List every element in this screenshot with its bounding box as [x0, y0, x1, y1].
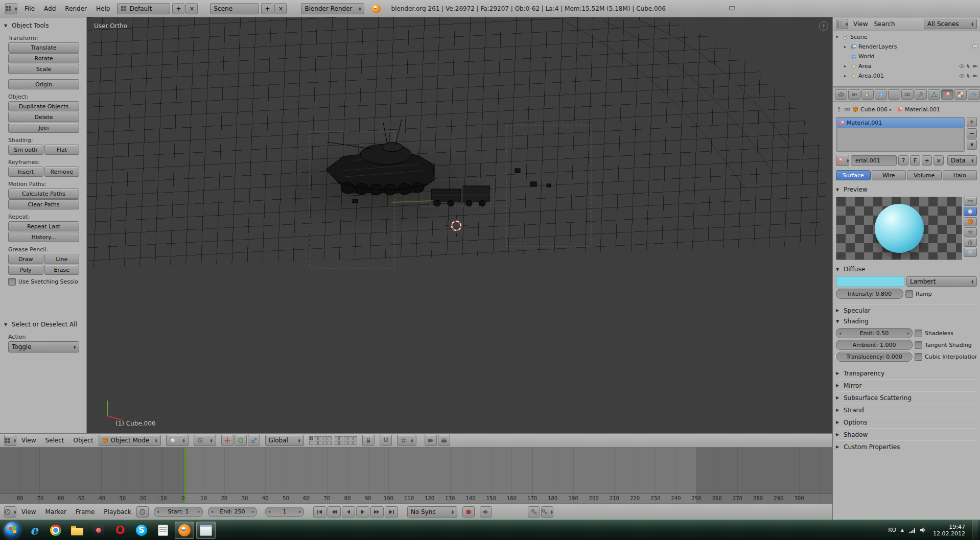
layer-9[interactable] [323, 441, 327, 445]
outliner-item-world[interactable]: World [834, 52, 979, 61]
tree-expander-icon[interactable]: ▾ [836, 35, 841, 39]
preview-mode-cube-button[interactable] [964, 217, 977, 226]
editor-type-button[interactable] [835, 89, 847, 100]
gp-poly-button[interactable]: Poly [8, 265, 43, 275]
translucency-slider[interactable]: Translucency: 0.000 [836, 351, 913, 362]
orientation-selector[interactable]: Global [265, 435, 304, 446]
image-icon[interactable] [972, 44, 978, 50]
select-panel-header[interactable]: ▼ Select or Deselect All [4, 319, 79, 330]
history-button[interactable]: History... [8, 232, 79, 242]
delete-screen-button[interactable]: × [185, 3, 198, 14]
pivot-selector[interactable] [194, 435, 216, 446]
tangent-shading-checkbox[interactable]: Tangent Shading [915, 341, 972, 349]
diffuse-panel-header[interactable]: ▼ Diffuse [836, 264, 977, 274]
cursor-3d[interactable] [445, 215, 468, 237]
add-slot-button[interactable]: + [967, 117, 977, 127]
preview-mode-hair-button[interactable] [964, 238, 977, 247]
opengl-animation-button[interactable] [438, 435, 450, 446]
gp-erase-button[interactable]: Erase [44, 265, 80, 275]
menu-file[interactable]: File [25, 5, 35, 12]
insert-keyframe-button[interactable]: Insert [8, 167, 43, 177]
layer-6[interactable] [309, 441, 313, 445]
taskbar-skype-icon[interactable]: S [132, 522, 151, 539]
eye-icon[interactable] [959, 63, 965, 69]
diffuse-intensity-slider[interactable]: Intensity: 0.800 [836, 289, 903, 299]
material-type-tab-halo[interactable]: Halo [943, 170, 977, 180]
layer-15[interactable] [353, 436, 357, 440]
panel-header-shadow[interactable]: ▶Shadow [836, 428, 977, 440]
menu-render[interactable]: Render [65, 5, 87, 12]
gp-line-button[interactable]: Line [44, 254, 80, 264]
properties-tab-particles[interactable] [968, 89, 980, 100]
outliner-scope-selector[interactable]: All Scenes [924, 19, 977, 29]
layer-1[interactable] [309, 436, 313, 440]
keying-options-button[interactable] [541, 506, 553, 518]
tree-expander-icon[interactable]: ▸ [844, 44, 849, 49]
mode-selector[interactable]: Object Mode [99, 435, 161, 446]
lock-button[interactable] [362, 435, 375, 446]
snap-magnet-button[interactable] [380, 435, 392, 446]
scale-button[interactable]: Scale [8, 64, 79, 74]
viewport-3d[interactable]: User Ortho (1) Cube.006 + [87, 17, 832, 433]
material-type-tab-volume[interactable]: Volume [907, 170, 942, 180]
region-plus-icon[interactable]: + [819, 21, 828, 31]
panel-header-custom-properties[interactable]: ▶Custom Properties [836, 440, 977, 453]
users-count-button[interactable]: 7 [898, 155, 908, 166]
remove-keyframe-button[interactable]: Remove [44, 167, 80, 177]
layer-11[interactable] [335, 436, 339, 440]
shading-panel-header[interactable]: ▼ Shading [836, 316, 977, 326]
outliner-tree[interactable]: ▾Scene▸RenderLayersWorld▸Area▸Area.001 [833, 31, 980, 86]
layer-4[interactable] [323, 436, 327, 440]
pin-icon[interactable] [836, 106, 842, 112]
delete-button[interactable]: Delete [8, 112, 79, 122]
camsmall-icon[interactable] [972, 73, 978, 79]
eye-icon[interactable] [959, 73, 965, 79]
tree-expander-icon[interactable]: ▸ [844, 64, 849, 68]
translate-button[interactable]: Translate [8, 42, 79, 53]
viewport-menu-object[interactable]: Object [74, 437, 94, 444]
jump-to-end-button[interactable] [385, 506, 398, 518]
clear-paths-button[interactable]: Clear Paths [8, 199, 79, 209]
preview-range-button[interactable] [136, 506, 149, 518]
editor-type-button[interactable] [836, 19, 848, 29]
sync-mode-selector[interactable]: No Sync [407, 506, 457, 518]
gp-draw-button[interactable]: Draw [8, 254, 43, 264]
lamp-object[interactable] [392, 85, 521, 151]
properties-tab-material[interactable] [941, 89, 953, 100]
properties-tab-object[interactable] [888, 89, 900, 100]
properties-tab-mesh-data[interactable] [928, 89, 940, 100]
frame-start-field[interactable]: Start: 1 [154, 507, 203, 517]
material-name-field[interactable]: erial.001 [851, 155, 897, 166]
preview-mode-sphere-button[interactable] [964, 207, 977, 216]
properties-tab-texture[interactable] [954, 89, 967, 100]
flat-button[interactable]: Flat [44, 145, 80, 155]
editor-type-button[interactable] [4, 506, 16, 518]
screen-layout-selector[interactable]: Default [117, 3, 170, 14]
manipulator-translate-button[interactable] [221, 435, 234, 446]
tree-expander-icon[interactable]: ▸ [844, 74, 849, 78]
outliner-menu-view[interactable]: View [853, 20, 868, 28]
next-keyframe-button[interactable] [370, 506, 384, 518]
render-engine-selector[interactable]: Blender Render [301, 3, 364, 14]
menu-add[interactable]: Add [44, 5, 56, 12]
timeline-menu-playback[interactable]: Playback [104, 508, 131, 515]
specular-panel-header[interactable]: ▶ Specular [836, 304, 977, 316]
tank-wireframe[interactable] [326, 120, 434, 195]
rotate-button[interactable]: Rotate [8, 53, 79, 63]
panel-header-subsurface-scattering[interactable]: ▶Subsurface Scattering [836, 391, 977, 404]
taskbar-opera-icon[interactable]: O [110, 522, 130, 539]
taskbar-explorer-icon[interactable] [67, 522, 87, 539]
material-type-tab-wire[interactable]: Wire [872, 170, 906, 180]
timeline-menu-frame[interactable]: Frame [76, 508, 95, 515]
material-slot-row[interactable]: Material.001 [837, 118, 964, 128]
editor-type-button[interactable] [4, 435, 16, 446]
data-source-selector[interactable]: Data [947, 155, 977, 166]
previous-keyframe-button[interactable] [328, 506, 341, 518]
play-reverse-button[interactable] [342, 506, 355, 518]
panel-header-strand[interactable]: ▶Strand [836, 404, 977, 416]
ramp-checkbox[interactable]: Ramp [905, 290, 932, 298]
add-screen-button[interactable]: + [172, 3, 184, 14]
vehicle-wireframe[interactable] [431, 186, 489, 206]
layer-16[interactable] [335, 441, 339, 445]
ambient-slider[interactable]: Ambient: 1.000 [836, 340, 913, 350]
